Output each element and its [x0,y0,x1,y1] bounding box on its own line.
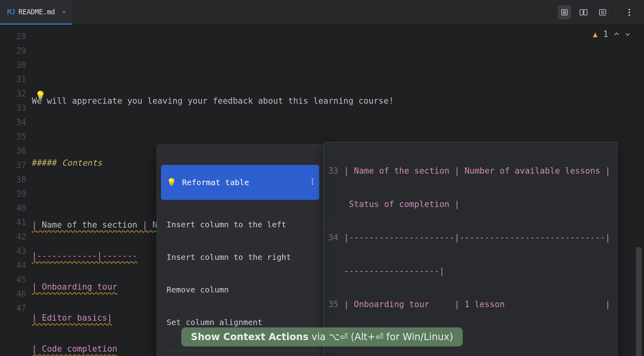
editor-only-view-icon[interactable] [558,5,571,19]
line-number: 37 [0,158,26,172]
titlebar-actions [558,5,644,19]
intention-label: Remove column [167,285,229,294]
svg-point-7 [601,11,604,14]
intention-label: Insert column to the left [167,220,286,229]
line-number: 31 [0,72,26,87]
chevron-up-icon[interactable] [614,32,619,37]
line-number: 46 [0,287,26,301]
editor: 28 29 30 31 32 33 34 35 36 37 38 39 40 4… [0,25,644,356]
scrollbar-thumb[interactable] [636,247,642,356]
intention-preview-pane: 33| Name of the section | Number of avai… [324,142,618,356]
preview-line: 33| Name of the section | Number of avai… [324,164,617,178]
code-line [32,63,644,77]
svg-rect-5 [584,10,587,15]
code-area[interactable]: ▲ 1 We will appreciate you leaving your … [32,25,644,356]
intention-label: Reformat table [182,178,249,187]
line-number: 47 [0,301,26,315]
titlebar: MJ README.md ✕ [0,0,644,25]
line-number: 33 [0,101,26,115]
code-line [32,125,644,139]
warning-count: 1 [603,29,608,39]
warning-icon: ▲ [593,29,597,39]
svg-point-13 [312,183,313,184]
intention-actions-popup: 💡 Reformat table Insert column to the le… [157,144,324,356]
lightbulb-icon: 💡 [167,178,177,187]
svg-point-10 [628,14,630,16]
line-number: 39 [0,187,26,201]
intention-footer-hint: Press F1 to toggle preview [161,350,319,356]
intention-label: Insert column to the right [167,252,291,262]
preview-line: -------------------| [324,264,617,278]
lesson-tip: Show Context Actions via ⌥⏎ (Alt+⏎ for W… [181,327,463,346]
preview-line: 34|---------------------|---------------… [324,230,617,245]
svg-point-11 [312,178,313,180]
intention-bulb-icon[interactable]: 💡 [35,91,46,101]
inspections-badge[interactable]: ▲ 1 [593,29,630,39]
tab-filename: README.md [18,8,55,16]
svg-point-8 [628,9,630,10]
close-tab-icon[interactable]: ✕ [62,8,66,15]
line-number: 44 [0,258,26,273]
intention-item-insert-col-right[interactable]: Insert column to the right [161,249,319,265]
intention-more-icon[interactable] [264,168,314,197]
preview-line: Status of completion | [324,197,617,211]
line-number: 35 [0,130,26,144]
line-number: 42 [0,230,26,244]
line-number: 29 [0,44,26,58]
intention-label: Set column alignment [167,317,262,327]
file-tab[interactable]: MJ README.md ✕ [0,0,72,25]
preview-line: 35| Onboarding tour | 1 lesson | [324,297,617,312]
svg-rect-6 [599,10,606,15]
intention-item-reformat-table[interactable]: 💡 Reformat table [161,165,319,200]
divider [616,8,616,17]
line-number: 43 [0,244,26,258]
line-number: 28 [0,29,26,44]
line-number: 30 [0,58,26,72]
code-line: We will appreciate you leaving your feed… [32,94,644,108]
chevron-down-icon[interactable] [625,32,630,37]
svg-point-12 [312,181,313,182]
line-number: 38 [0,172,26,187]
more-actions-icon[interactable] [623,5,636,19]
gutter: 28 29 30 31 32 33 34 35 36 37 38 39 40 4… [0,25,32,356]
tip-rest: via ⌥⏎ (Alt+⏎ for Win/Linux) [308,331,453,342]
intention-item-insert-col-left[interactable]: Insert column to the left [161,217,319,232]
editor-and-preview-icon[interactable] [577,5,590,19]
svg-point-9 [628,12,630,13]
line-number: 32 [0,87,26,101]
line-number: 40 [0,201,26,215]
line-number: 45 [0,273,26,287]
line-number: 41 [0,215,26,230]
intention-item-remove-column[interactable]: Remove column [161,282,319,298]
line-number: 36 [0,144,26,158]
svg-rect-4 [580,10,583,15]
markdown-file-icon: MJ [7,8,15,16]
line-number: 34 [0,115,26,130]
preview-only-icon[interactable] [596,5,609,19]
tip-bold: Show Context Actions [191,331,308,342]
